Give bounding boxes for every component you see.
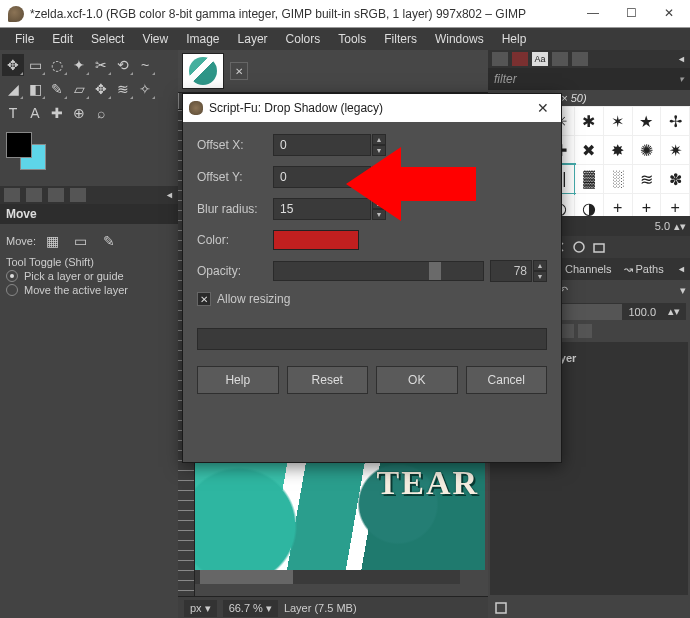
blur-input[interactable]: 15 — [273, 198, 371, 220]
layers-tabs-menu-icon[interactable]: ◄ — [673, 264, 690, 274]
opacity-down[interactable]: ▼ — [533, 271, 547, 282]
tab-brushes-icon[interactable] — [492, 52, 508, 66]
tab-patterns-icon[interactable] — [512, 52, 528, 66]
offset-y-down[interactable]: ▼ — [372, 177, 386, 188]
offset-y-up[interactable]: ▲ — [372, 166, 386, 177]
tool-rect-select[interactable]: ▭ — [24, 54, 46, 76]
offset-x-label: Offset X: — [197, 138, 273, 152]
brush-filter-input[interactable]: filter▾ — [488, 68, 690, 90]
window-titlebar: *zelda.xcf-1.0 (RGB color 8-bit gamma in… — [0, 0, 690, 28]
lock-alpha-icon[interactable] — [560, 324, 574, 338]
mode-menu-icon[interactable]: ▾ — [680, 284, 686, 297]
fg-color-swatch[interactable] — [6, 132, 32, 158]
open-brush-icon[interactable] — [592, 240, 606, 254]
tool-color-picker[interactable]: ✚ — [46, 102, 68, 124]
menu-view[interactable]: View — [133, 29, 177, 49]
color-button[interactable] — [273, 230, 359, 250]
tab-paths[interactable]: ↝ Paths — [618, 260, 670, 279]
help-button[interactable]: Help — [197, 366, 279, 394]
layer-actions — [488, 597, 690, 618]
menu-filters[interactable]: Filters — [375, 29, 426, 49]
tool-pencil[interactable]: ✎ — [46, 78, 68, 100]
menu-file[interactable]: File — [6, 29, 43, 49]
unit-dropdown[interactable]: px▾ — [184, 600, 217, 617]
tool-eraser[interactable]: ▱ — [68, 78, 90, 100]
tab-tool-options-icon[interactable] — [4, 188, 20, 202]
tab-history-icon[interactable] — [552, 52, 568, 66]
svg-point-3 — [574, 242, 584, 252]
tool-move[interactable]: ✥ — [2, 54, 24, 76]
lock-all-icon[interactable] — [578, 324, 592, 338]
move-path-button[interactable]: ✎ — [98, 230, 120, 252]
cancel-button[interactable]: Cancel — [466, 366, 548, 394]
status-info: Layer (7.5 MB) — [284, 602, 357, 614]
refresh-brush-icon[interactable] — [572, 240, 586, 254]
tab-doc-icon[interactable] — [572, 52, 588, 66]
color-swatches[interactable] — [6, 132, 50, 172]
tool-path[interactable]: ✧ — [134, 78, 156, 100]
blur-label: Blur radius: — [197, 202, 273, 216]
menu-help[interactable]: Help — [493, 29, 536, 49]
menu-image[interactable]: Image — [177, 29, 228, 49]
scrollbar-horizontal[interactable] — [195, 570, 460, 584]
opacity-value[interactable]: 78 — [490, 260, 532, 282]
dialog-titlebar[interactable]: Script-Fu: Drop Shadow (legacy) ✕ — [183, 94, 561, 122]
ok-button[interactable]: OK — [376, 366, 458, 394]
tool-free-select[interactable]: ◌ — [46, 54, 68, 76]
image-tabs: ✕ — [178, 50, 488, 92]
offset-x-up[interactable]: ▲ — [372, 134, 386, 145]
new-layer-icon[interactable] — [494, 601, 508, 615]
app-icon — [8, 6, 24, 22]
menu-tools[interactable]: Tools — [329, 29, 375, 49]
allow-resizing-checkbox[interactable]: ✕ — [197, 292, 211, 306]
offset-x-down[interactable]: ▼ — [372, 145, 386, 156]
reset-button[interactable]: Reset — [287, 366, 369, 394]
toolbox: ✥ ▭ ◌ ✦ ✂ ⟲ ~ ◢ ◧ ✎ ▱ ✥ ≋ ✧ T A ✚ ⊕ — [0, 50, 178, 184]
opacity-up[interactable]: ▲ — [533, 260, 547, 271]
minimize-button[interactable]: — — [574, 0, 612, 27]
move-selection-button[interactable]: ▭ — [70, 230, 92, 252]
left-dock: ✥ ▭ ◌ ✦ ✂ ⟲ ~ ◢ ◧ ✎ ▱ ✥ ≋ ✧ T A ✚ ⊕ — [0, 50, 178, 618]
menu-select[interactable]: Select — [82, 29, 133, 49]
offset-y-input[interactable]: 0 — [273, 166, 371, 188]
tabs-menu-icon[interactable]: ◄ — [165, 190, 174, 200]
tool-fuzzy-select[interactable]: ✦ — [68, 54, 90, 76]
blur-up[interactable]: ▲ — [372, 198, 386, 209]
tool-text[interactable]: T — [2, 102, 24, 124]
tab-fonts-icon[interactable]: Aa — [532, 52, 548, 66]
tab-undo-icon[interactable] — [70, 188, 86, 202]
opacity-slider[interactable] — [273, 261, 484, 281]
dialog-title: Script-Fu: Drop Shadow (legacy) — [209, 101, 383, 115]
tool-gradient[interactable]: ◧ — [24, 78, 46, 100]
zoom-dropdown[interactable]: 66.7 %▾ — [223, 600, 278, 617]
tool-measure[interactable]: ⊕ — [68, 102, 90, 124]
image-tab-close[interactable]: ✕ — [230, 62, 248, 80]
menu-layer[interactable]: Layer — [229, 29, 277, 49]
radio-move-active[interactable] — [6, 284, 18, 296]
close-button[interactable]: ✕ — [650, 0, 688, 27]
radio-pick-layer[interactable] — [6, 270, 18, 282]
svg-rect-4 — [496, 603, 506, 613]
menu-colors[interactable]: Colors — [277, 29, 330, 49]
canvas-artwork: TEAR — [195, 460, 485, 570]
menu-windows[interactable]: Windows — [426, 29, 493, 49]
offset-x-input[interactable]: 0 — [273, 134, 371, 156]
tab-device-icon[interactable] — [26, 188, 42, 202]
tool-zoom[interactable]: ⌕ — [90, 102, 112, 124]
brush-tabs-menu-icon[interactable]: ◄ — [677, 54, 686, 64]
tool-bucket[interactable]: ◢ — [2, 78, 24, 100]
maximize-button[interactable]: ☐ — [612, 0, 650, 27]
tool-transform[interactable]: ⟲ — [112, 54, 134, 76]
menu-edit[interactable]: Edit — [43, 29, 82, 49]
tool-crop[interactable]: ✂ — [90, 54, 112, 76]
tab-image-icon[interactable] — [48, 188, 64, 202]
tool-heal[interactable]: A — [24, 102, 46, 124]
move-layer-button[interactable]: ▦ — [42, 230, 64, 252]
tool-warp[interactable]: ~ — [134, 54, 156, 76]
blur-down[interactable]: ▼ — [372, 209, 386, 220]
dialog-close-button[interactable]: ✕ — [531, 100, 555, 116]
tool-clone[interactable]: ✥ — [90, 78, 112, 100]
tool-smudge[interactable]: ≋ — [112, 78, 134, 100]
drop-shadow-dialog: Script-Fu: Drop Shadow (legacy) ✕ Offset… — [182, 93, 562, 463]
image-tab-thumbnail[interactable] — [182, 53, 224, 89]
